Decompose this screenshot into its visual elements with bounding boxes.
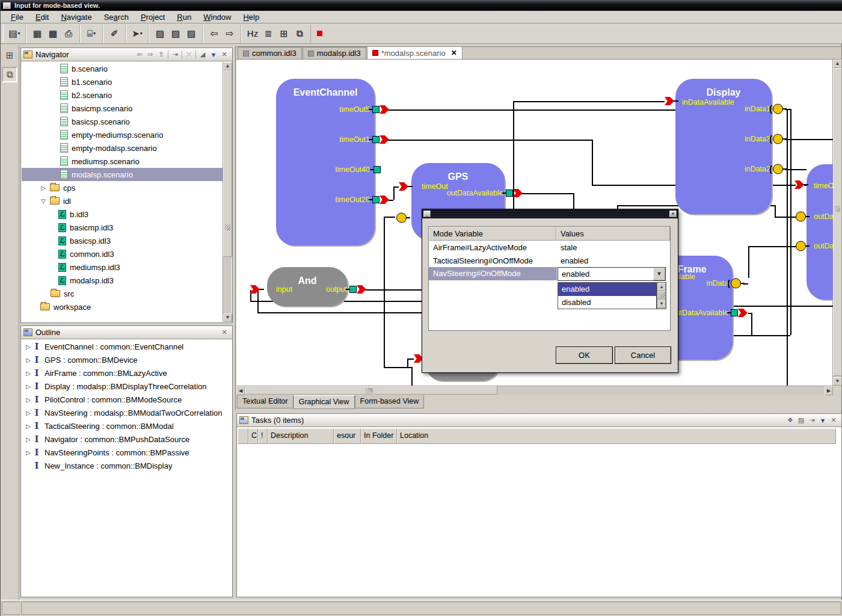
validate-button[interactable]: ✐ (106, 26, 122, 42)
data-port-icon[interactable] (796, 212, 806, 222)
event-port-icon[interactable] (731, 309, 738, 316)
event-in-icon[interactable] (794, 180, 804, 189)
codegen-button[interactable]: ⌸▾ (84, 26, 99, 42)
event-port-icon[interactable] (372, 106, 380, 113)
event-emit-icon[interactable] (513, 189, 523, 197)
outline-item[interactable]: ▷IAirFrame : common::BMLazyActive (22, 366, 232, 380)
event-port-icon[interactable] (372, 136, 380, 143)
task-column-Description[interactable]: Description (268, 428, 334, 444)
window-minimize-button[interactable]: _ (3, 2, 11, 9)
menu-run[interactable]: Run (171, 11, 197, 23)
tree-item-modalsp.scenario[interactable]: modalsp.scenario (22, 168, 223, 181)
data-port-icon[interactable] (796, 241, 806, 251)
expand-right-icon[interactable]: ▷ (24, 396, 32, 403)
event-in-icon[interactable] (665, 97, 674, 105)
outline-item[interactable]: INew_Instance : common::BMDisplay (22, 459, 232, 472)
event-port-icon[interactable] (372, 196, 380, 203)
outline-item[interactable]: ▷ITacticalSteering : common::BMModal (22, 419, 232, 433)
filter-icon[interactable]: ◢ (197, 49, 208, 60)
event-emit-icon[interactable] (357, 285, 366, 294)
task-column-In Folder[interactable]: In Folder (361, 428, 397, 444)
up-icon[interactable]: ⇧ (156, 49, 167, 60)
delete-completed-icon[interactable]: ▨ (796, 415, 807, 426)
menu-window[interactable]: Window (198, 11, 236, 23)
column-mode-variable[interactable]: Mode Variable (429, 227, 556, 241)
component-eventchannel[interactable]: EventChannel (276, 79, 375, 245)
close-icon[interactable]: ✕ (828, 415, 839, 426)
event-emit-icon[interactable] (738, 309, 748, 317)
scroll-up-button[interactable]: ▲ (833, 60, 842, 68)
filter-icon[interactable]: ❖ (785, 415, 796, 426)
tree-item-b2.scenario[interactable]: b2.scenario (22, 88, 223, 102)
scroll-up-button[interactable]: ▲ (657, 283, 666, 291)
event-port-icon[interactable] (506, 189, 513, 197)
menu-icon[interactable]: ▼ (817, 415, 828, 426)
window-titlebar[interactable]: _ Input for mode-based view. (1, 1, 842, 11)
run-button[interactable]: ➤▾ (129, 26, 145, 42)
open-perspective-button[interactable]: ⊞ (2, 48, 17, 63)
scrollbar-thumb[interactable] (223, 70, 232, 257)
tree-item-basicsp.idl3[interactable]: ℒbasicsp.idl3 (22, 234, 223, 247)
grid-toggle-button[interactable]: ⊞ (276, 26, 292, 42)
data-port-icon[interactable] (773, 134, 783, 144)
chevron-down-icon[interactable]: ▼ (653, 268, 665, 280)
scroll-right-button[interactable]: ▶ (825, 386, 833, 395)
forward-icon[interactable]: ⇨ (145, 49, 156, 60)
ok-button[interactable]: OK (556, 347, 612, 363)
menu-help[interactable]: Help (238, 11, 265, 23)
view-tab-textual-editor[interactable]: Textual Editor (237, 395, 293, 408)
tree-item-common.idl3[interactable]: ℒcommon.idl3 (22, 247, 223, 260)
dropdown-option-disabled[interactable]: disabled (558, 296, 656, 309)
editor-tab-modalsp.idl3[interactable]: modalsp.idl3 (303, 47, 366, 59)
outline-item[interactable]: ▷IPilotControl : common::BMModeSource (22, 393, 232, 406)
data-port-icon[interactable] (773, 104, 783, 114)
menu-edit[interactable]: Edit (30, 11, 54, 23)
close-icon[interactable]: ✕ (451, 49, 457, 57)
expand-right-icon[interactable]: ▷ (24, 410, 32, 416)
editor-tab-common.idl3[interactable]: common.idl3 (238, 47, 302, 59)
tree-item-basicsp.scenario[interactable]: basicsp.scenario (22, 115, 223, 128)
menu-navigate[interactable]: Navigate (55, 11, 97, 23)
outline-toggle-button[interactable]: ≣ (260, 26, 276, 42)
close-icon[interactable]: ✕ (219, 49, 230, 60)
sort-icon[interactable]: ⇥ (807, 415, 817, 426)
tree-item-b.scenario[interactable]: b.scenario (22, 62, 223, 75)
editor-vscrollbar[interactable]: ▲ ▼ (832, 60, 841, 386)
data-port-icon[interactable] (396, 213, 407, 223)
view-menu-icon[interactable]: ▼ (208, 49, 219, 60)
task-column-check[interactable] (238, 428, 248, 444)
menu-file[interactable]: File (5, 11, 29, 23)
link-with-editor-icon[interactable]: ⇥ (170, 49, 180, 60)
save-button[interactable]: ▦ (29, 26, 45, 42)
tree-item-idl[interactable]: ▽idl (22, 194, 223, 208)
expand-right-icon[interactable]: ▷ (24, 343, 32, 350)
outline-item[interactable]: ▷IGPS : common::BMDevice (22, 353, 232, 366)
scrollbar-thumb[interactable] (833, 68, 842, 376)
dropdown-scrollbar[interactable]: ▲ ▼ (657, 282, 666, 309)
expand-right-icon[interactable]: ▷ (40, 185, 47, 191)
back-icon[interactable]: ⇦ (134, 49, 145, 60)
open-scenario-button[interactable]: ▨ (152, 26, 168, 42)
scroll-down-button[interactable]: ▼ (223, 313, 232, 322)
task-column-esour[interactable]: esour (334, 428, 361, 444)
tree-item-basicmp.idl3[interactable]: ℒbasicmp.idl3 (22, 221, 223, 234)
back-button[interactable]: ⇦ (206, 26, 222, 42)
event-port-icon[interactable] (373, 166, 381, 173)
expand-right-icon[interactable]: ▷ (24, 383, 32, 390)
outline-item[interactable]: ▷IDisplay : modalsp::BMDisplayThreeCorre… (22, 380, 232, 393)
scroll-down-button[interactable]: ▼ (657, 300, 666, 308)
event-emit-icon[interactable] (380, 135, 389, 144)
tree-item-modalsp.idl3[interactable]: ℒmodalsp.idl3 (22, 274, 223, 287)
event-emit-icon[interactable] (380, 196, 389, 204)
tree-item-empty-modalsp.scenario[interactable]: empty-modalsp.scenario (22, 141, 223, 155)
print-button[interactable]: ⎙ (61, 26, 76, 42)
cancel-button[interactable]: Cancel (615, 347, 671, 363)
menu-project[interactable]: Project (135, 11, 170, 23)
outline-item[interactable]: ▷IEventChannel : common::EventChannel (22, 340, 232, 353)
outline-item[interactable]: ▷INavSteeringPoints : common::BMPassive (22, 446, 232, 459)
event-in-icon[interactable] (399, 182, 408, 191)
expand-right-icon[interactable]: ▷ (24, 436, 32, 443)
expand-right-icon[interactable]: ▷ (24, 449, 32, 456)
mode-variable-row[interactable]: AirFrame#LazyActiveModestale (429, 241, 670, 254)
open-resource-button[interactable]: ▨ (183, 26, 199, 42)
